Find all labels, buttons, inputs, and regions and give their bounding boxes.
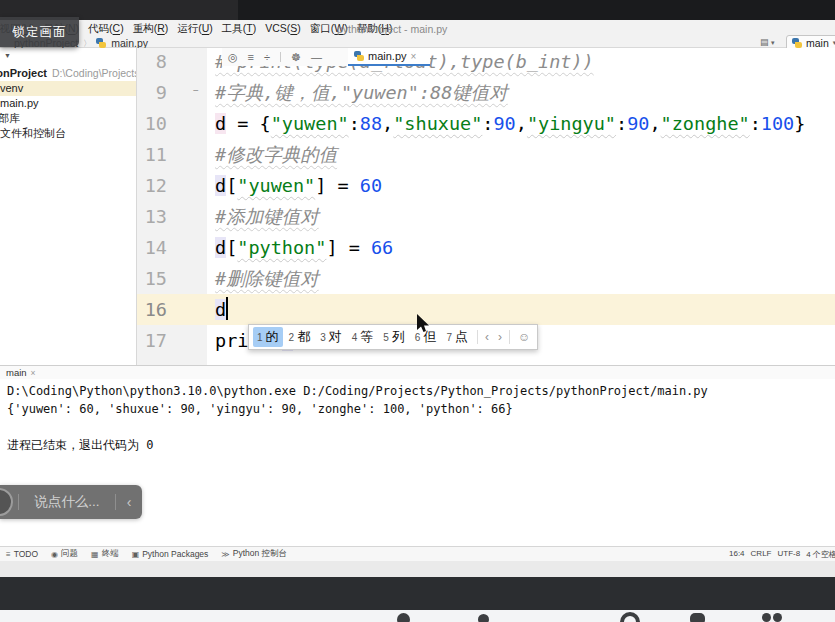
tree-item-label: main.py	[0, 97, 39, 109]
statusbar-info-item[interactable]: 16:4	[729, 549, 745, 560]
ime-candidate-number: 6	[415, 332, 421, 343]
line-number: 14	[137, 232, 207, 263]
menu-item[interactable]: 运行(U)	[177, 22, 213, 36]
line-number: 11	[137, 139, 207, 170]
emoji-icon[interactable]: ☺	[509, 330, 534, 344]
statusbar-tool-button[interactable]: ▣Python Packages	[132, 549, 209, 559]
split-icon[interactable]: ÷	[264, 51, 270, 63]
tool-window-layout-icon[interactable]: ▤ ▾	[760, 37, 775, 47]
hide-panel-icon[interactable]: —	[311, 51, 322, 63]
code-text: #添加键值对	[207, 201, 319, 232]
line-number: 17	[137, 325, 207, 356]
statusbar-info-item[interactable]: 4 个空格	[806, 549, 835, 560]
code-line[interactable]: 16 d	[137, 294, 835, 325]
code-line[interactable]: 10 d = {"yuwen":88,"shuxue":90,"yingyu":…	[137, 108, 835, 139]
menu-item[interactable]: 代码(C)	[88, 22, 124, 36]
bottom-toolbar-strip	[0, 610, 835, 622]
run-console-output[interactable]: D:\Coding\Python\python3.10.0\python.exe…	[0, 379, 835, 546]
project-view-caret-icon[interactable]: ▼	[4, 52, 11, 59]
code-line[interactable]: 12 d["yuwen"] = 60	[137, 170, 835, 201]
code-line[interactable]: 14 d["python"] = 66	[137, 232, 835, 263]
statusbar-info-item[interactable]: UTF-8	[777, 549, 800, 560]
project-tree-item[interactable]: 外部库	[0, 111, 136, 126]
project-tree-item[interactable]: venv	[0, 81, 136, 96]
menu-item[interactable]: 工具(T)	[222, 22, 256, 36]
code-text: #删除键值对	[207, 263, 319, 294]
ime-candidate[interactable]: 7点	[442, 327, 472, 347]
fold-marker-icon[interactable]: −	[193, 85, 199, 96]
python-file-icon	[354, 51, 364, 61]
partial-toolbar-icon-1[interactable]	[397, 613, 410, 622]
statusbar-tool-button[interactable]: ≫Python 控制台	[221, 548, 287, 560]
ide-header: 文件(F) 编辑(E) 视图(V) 导航(N) 代码(C) 重构(R) 运行(U…	[0, 20, 835, 48]
line-number: 10	[137, 108, 207, 139]
menu-item[interactable]: 重构(R)	[133, 22, 169, 36]
code-line[interactable]: 11 #修改字典的值	[137, 139, 835, 170]
chat-input-bar[interactable]: 说点什么... ‹	[0, 485, 142, 519]
statusbar-tool-label: 问题	[61, 548, 78, 560]
code-line[interactable]: 9 #字典,键，值,"yuwen":88键值对	[137, 77, 835, 108]
ime-candidate-number: 3	[320, 332, 326, 343]
avatar[interactable]	[0, 488, 13, 516]
panel-header-toolbar: ◎ ≡ ÷ ☸ —	[222, 48, 348, 66]
menu-item[interactable]: VCS(S)	[265, 22, 301, 36]
collapse-all-icon[interactable]: ≡	[248, 51, 254, 63]
console-line	[7, 418, 835, 436]
partial-toolbar-icon-5[interactable]	[762, 613, 782, 622]
code-line[interactable]: 13 #添加键值对	[137, 201, 835, 232]
ime-candidate-char: 都	[297, 328, 310, 346]
gear-icon[interactable]: ☸	[291, 51, 301, 64]
menu-item-label-close: )	[297, 22, 301, 34]
ime-candidate[interactable]: 5列	[379, 327, 409, 347]
partial-toolbar-icon-2[interactable]	[478, 614, 489, 622]
ime-candidate-number: 5	[383, 332, 389, 343]
line-number: 12	[137, 170, 207, 201]
ime-candidate-char: 点	[455, 328, 468, 346]
code-text: #修改字典的值	[207, 139, 337, 170]
ime-candidate[interactable]: 3对	[316, 327, 346, 347]
run-tab-label[interactable]: main	[6, 367, 27, 378]
tree-item-label: pythonProject	[0, 67, 47, 79]
project-tree-item[interactable]: 暂存文件和控制台	[0, 126, 136, 141]
partial-toolbar-icon-4[interactable]	[690, 613, 705, 622]
menu-item-mnemonic: C	[113, 22, 121, 34]
tree-item-label: venv	[0, 82, 23, 94]
project-tree-item[interactable]: main.py	[0, 96, 136, 111]
statusbar-tool-button[interactable]: ≡TODO	[6, 549, 38, 559]
ime-next-icon[interactable]: ›	[498, 330, 502, 344]
ime-candidate[interactable]: 4等	[348, 327, 378, 347]
chat-input-placeholder[interactable]: 说点什么...	[19, 493, 115, 511]
statusbar-info-item[interactable]: CRLF	[751, 549, 772, 560]
collapse-chevron-icon[interactable]: ‹	[116, 494, 142, 510]
ime-candidate-number: 2	[289, 332, 295, 343]
chevron-right-icon: 〉	[83, 38, 91, 49]
pycharm-window: 文件(F) 编辑(E) 视图(V) 导航(N) 代码(C) 重构(R) 运行(U…	[0, 0, 835, 622]
menu-item-label: 重构(	[133, 22, 158, 34]
ime-candidate-char: 等	[360, 328, 373, 346]
console-line: 进程已结束，退出代码为 0	[7, 436, 835, 454]
statusbar-tool-icon: ▣	[132, 550, 140, 559]
lock-screen-button[interactable]: 锁定画面	[0, 17, 79, 47]
editor-tab-main-py[interactable]: main.py ×	[348, 48, 430, 66]
close-icon[interactable]: ×	[411, 51, 417, 62]
status-bar-left: ≡TODO ◉问题 ▦终端 ▣Python Packages ≫Python 控…	[6, 548, 287, 560]
statusbar-tool-label: TODO	[14, 549, 38, 559]
ime-prev-icon[interactable]: ‹	[485, 330, 489, 344]
ime-candidate[interactable]: 1的	[253, 327, 283, 347]
statusbar-tool-button[interactable]: ▦终端	[91, 548, 119, 560]
ime-candidate-popup: 1的 2都 3对 4等 5列 6但 7点 ‹ › ☺	[248, 324, 538, 350]
ime-candidate-char: 的	[266, 328, 279, 346]
editor-tab-label: main.py	[368, 50, 407, 62]
locate-icon[interactable]: ◎	[228, 51, 238, 64]
window-title: pythonProject - main.py	[337, 23, 447, 35]
code-editor[interactable]: 8 # print(type(a_float),type(b_int)) 9 #…	[137, 48, 835, 365]
project-tree-item[interactable]: pythonProjectD:\Coding\Projects\Python_P…	[0, 66, 136, 81]
status-bar-right: 16:4 CRLF UTF-8 4 个空格 P	[729, 549, 835, 560]
close-icon[interactable]: ×	[31, 368, 36, 378]
ime-candidate[interactable]: 2都	[285, 327, 315, 347]
editor-lines: 8 # print(type(a_float),type(b_int)) 9 #…	[137, 48, 835, 356]
menu-item-label: 工具(	[222, 22, 247, 34]
statusbar-tool-button[interactable]: ◉问题	[51, 548, 78, 560]
code-line[interactable]: 15 #删除键值对	[137, 263, 835, 294]
menu-item-label-close: )	[253, 22, 257, 34]
